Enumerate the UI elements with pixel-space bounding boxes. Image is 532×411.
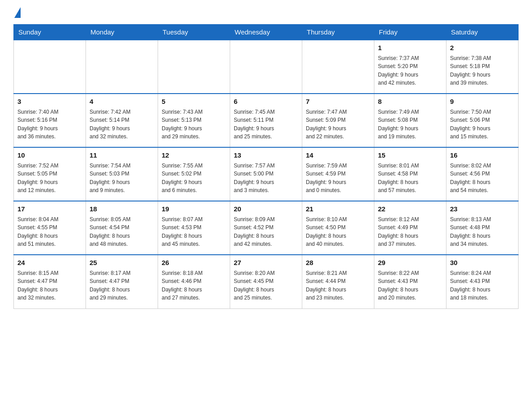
day-number: 26	[162, 258, 226, 268]
day-number: 3	[17, 97, 82, 107]
calendar-cell	[158, 40, 230, 94]
day-number: 23	[450, 204, 515, 214]
day-info: Sunrise: 7:45 AM Sunset: 5:11 PM Dayligh…	[234, 108, 298, 141]
day-info: Sunrise: 8:13 AM Sunset: 4:48 PM Dayligh…	[450, 215, 515, 248]
calendar-cell: 16Sunrise: 8:02 AM Sunset: 4:56 PM Dayli…	[446, 147, 519, 201]
day-number: 2	[450, 43, 515, 53]
day-number: 28	[306, 258, 370, 268]
calendar-cell: 3Sunrise: 7:40 AM Sunset: 5:16 PM Daylig…	[14, 94, 86, 147]
day-number: 4	[90, 97, 154, 107]
week-row-4: 17Sunrise: 8:04 AM Sunset: 4:55 PM Dayli…	[14, 201, 519, 255]
day-info: Sunrise: 8:17 AM Sunset: 4:47 PM Dayligh…	[90, 269, 154, 302]
logo-triangle-icon	[14, 7, 21, 18]
day-number: 24	[17, 258, 82, 268]
calendar-cell: 15Sunrise: 8:01 AM Sunset: 4:58 PM Dayli…	[374, 147, 446, 201]
calendar-cell: 23Sunrise: 8:13 AM Sunset: 4:48 PM Dayli…	[446, 201, 519, 255]
calendar-cell: 22Sunrise: 8:12 AM Sunset: 4:49 PM Dayli…	[374, 201, 446, 255]
day-info: Sunrise: 7:57 AM Sunset: 5:00 PM Dayligh…	[234, 162, 298, 195]
day-info: Sunrise: 8:10 AM Sunset: 4:50 PM Dayligh…	[306, 215, 370, 248]
calendar-header-wednesday: Wednesday	[230, 25, 302, 40]
day-number: 15	[378, 150, 442, 161]
day-number: 5	[162, 97, 226, 107]
calendar-cell: 8Sunrise: 7:49 AM Sunset: 5:08 PM Daylig…	[374, 94, 446, 147]
calendar-cell: 11Sunrise: 7:54 AM Sunset: 5:03 PM Dayli…	[86, 147, 158, 201]
calendar-cell: 28Sunrise: 8:21 AM Sunset: 4:44 PM Dayli…	[302, 255, 374, 308]
calendar-cell: 18Sunrise: 8:05 AM Sunset: 4:54 PM Dayli…	[86, 201, 158, 255]
day-info: Sunrise: 8:05 AM Sunset: 4:54 PM Dayligh…	[90, 215, 154, 248]
calendar-cell: 2Sunrise: 7:38 AM Sunset: 5:18 PM Daylig…	[446, 40, 519, 94]
week-row-2: 3Sunrise: 7:40 AM Sunset: 5:16 PM Daylig…	[14, 94, 519, 147]
day-info: Sunrise: 7:59 AM Sunset: 4:59 PM Dayligh…	[306, 162, 370, 195]
day-number: 21	[306, 204, 370, 214]
day-info: Sunrise: 7:37 AM Sunset: 5:20 PM Dayligh…	[378, 54, 442, 87]
calendar-header-thursday: Thursday	[302, 25, 374, 40]
day-info: Sunrise: 8:22 AM Sunset: 4:43 PM Dayligh…	[378, 269, 442, 302]
day-info: Sunrise: 7:55 AM Sunset: 5:02 PM Dayligh…	[162, 162, 226, 195]
calendar-cell: 14Sunrise: 7:59 AM Sunset: 4:59 PM Dayli…	[302, 147, 374, 201]
calendar-cell: 5Sunrise: 7:43 AM Sunset: 5:13 PM Daylig…	[158, 94, 230, 147]
calendar-cell: 4Sunrise: 7:42 AM Sunset: 5:14 PM Daylig…	[86, 94, 158, 147]
day-number: 22	[378, 204, 442, 214]
calendar-cell: 17Sunrise: 8:04 AM Sunset: 4:55 PM Dayli…	[14, 201, 86, 255]
day-number: 9	[450, 97, 515, 107]
day-number: 13	[234, 150, 298, 161]
day-info: Sunrise: 8:01 AM Sunset: 4:58 PM Dayligh…	[378, 162, 442, 195]
calendar-cell: 6Sunrise: 7:45 AM Sunset: 5:11 PM Daylig…	[230, 94, 302, 147]
day-number: 11	[90, 150, 154, 161]
calendar-cell	[14, 40, 86, 94]
day-number: 19	[162, 204, 226, 214]
day-number: 12	[162, 150, 226, 161]
day-number: 16	[450, 150, 515, 161]
calendar-cell	[302, 40, 374, 94]
calendar-cell: 27Sunrise: 8:20 AM Sunset: 4:45 PM Dayli…	[230, 255, 302, 308]
calendar-header-tuesday: Tuesday	[158, 25, 230, 40]
calendar-cell: 10Sunrise: 7:52 AM Sunset: 5:05 PM Dayli…	[14, 147, 86, 201]
calendar-cell	[86, 40, 158, 94]
day-number: 29	[378, 258, 442, 268]
calendar-header-sunday: Sunday	[14, 25, 86, 40]
calendar-cell: 29Sunrise: 8:22 AM Sunset: 4:43 PM Dayli…	[374, 255, 446, 308]
calendar-header-saturday: Saturday	[446, 25, 519, 40]
calendar-cell: 21Sunrise: 8:10 AM Sunset: 4:50 PM Dayli…	[302, 201, 374, 255]
day-number: 27	[234, 258, 298, 268]
day-number: 25	[90, 258, 154, 268]
calendar-cell: 20Sunrise: 8:09 AM Sunset: 4:52 PM Dayli…	[230, 201, 302, 255]
day-info: Sunrise: 7:47 AM Sunset: 5:09 PM Dayligh…	[306, 108, 370, 141]
day-info: Sunrise: 8:02 AM Sunset: 4:56 PM Dayligh…	[450, 162, 515, 195]
day-info: Sunrise: 7:54 AM Sunset: 5:03 PM Dayligh…	[90, 162, 154, 195]
day-info: Sunrise: 8:15 AM Sunset: 4:47 PM Dayligh…	[17, 269, 82, 302]
calendar-cell: 12Sunrise: 7:55 AM Sunset: 5:02 PM Dayli…	[158, 147, 230, 201]
day-number: 1	[378, 43, 442, 53]
day-info: Sunrise: 8:20 AM Sunset: 4:45 PM Dayligh…	[234, 269, 298, 302]
day-info: Sunrise: 8:09 AM Sunset: 4:52 PM Dayligh…	[234, 215, 298, 248]
page-header	[13, 9, 519, 15]
day-info: Sunrise: 7:38 AM Sunset: 5:18 PM Dayligh…	[450, 54, 515, 87]
day-number: 8	[378, 97, 442, 107]
logo	[13, 9, 21, 15]
day-number: 10	[17, 150, 82, 161]
week-row-3: 10Sunrise: 7:52 AM Sunset: 5:05 PM Dayli…	[14, 147, 519, 201]
day-number: 7	[306, 97, 370, 107]
day-info: Sunrise: 8:21 AM Sunset: 4:44 PM Dayligh…	[306, 269, 370, 302]
calendar-cell	[230, 40, 302, 94]
calendar-cell: 9Sunrise: 7:50 AM Sunset: 5:06 PM Daylig…	[446, 94, 519, 147]
week-row-5: 24Sunrise: 8:15 AM Sunset: 4:47 PM Dayli…	[14, 255, 519, 308]
day-info: Sunrise: 7:50 AM Sunset: 5:06 PM Dayligh…	[450, 108, 515, 141]
calendar-cell: 25Sunrise: 8:17 AM Sunset: 4:47 PM Dayli…	[86, 255, 158, 308]
day-info: Sunrise: 8:04 AM Sunset: 4:55 PM Dayligh…	[17, 215, 82, 248]
calendar-table: SundayMondayTuesdayWednesdayThursdayFrid…	[13, 24, 519, 309]
day-info: Sunrise: 8:24 AM Sunset: 4:43 PM Dayligh…	[450, 269, 515, 302]
day-info: Sunrise: 7:40 AM Sunset: 5:16 PM Dayligh…	[17, 108, 82, 141]
day-info: Sunrise: 7:43 AM Sunset: 5:13 PM Dayligh…	[162, 108, 226, 141]
day-info: Sunrise: 7:52 AM Sunset: 5:05 PM Dayligh…	[17, 162, 82, 195]
day-info: Sunrise: 8:07 AM Sunset: 4:53 PM Dayligh…	[162, 215, 226, 248]
week-row-1: 1Sunrise: 7:37 AM Sunset: 5:20 PM Daylig…	[14, 40, 519, 94]
day-number: 18	[90, 204, 154, 214]
calendar-cell: 24Sunrise: 8:15 AM Sunset: 4:47 PM Dayli…	[14, 255, 86, 308]
calendar-cell: 1Sunrise: 7:37 AM Sunset: 5:20 PM Daylig…	[374, 40, 446, 94]
calendar-cell: 30Sunrise: 8:24 AM Sunset: 4:43 PM Dayli…	[446, 255, 519, 308]
calendar-header-row: SundayMondayTuesdayWednesdayThursdayFrid…	[14, 25, 519, 40]
calendar-header-monday: Monday	[86, 25, 158, 40]
day-number: 30	[450, 258, 515, 268]
day-number: 20	[234, 204, 298, 214]
